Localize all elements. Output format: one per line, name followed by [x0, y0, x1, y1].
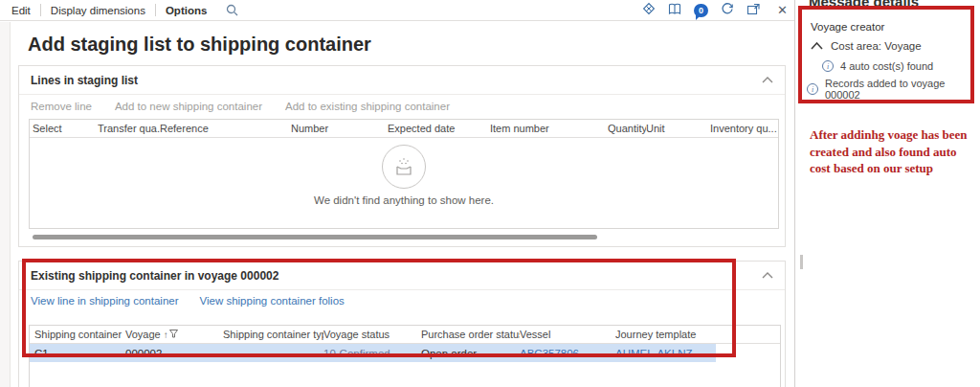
shipping-container-grid: Shipping container Voyage ↑ Shipping con… — [29, 325, 781, 387]
refresh-icon[interactable] — [721, 2, 734, 19]
vertical-scrollbar-thumb[interactable] — [800, 255, 803, 269]
column-header-vessel[interactable]: Vessel — [520, 329, 615, 340]
column-header-purchase-order-status[interactable]: Purchase order status — [421, 329, 520, 340]
page-title: Add staging list to shipping container — [28, 34, 371, 56]
cell-voyage-status[interactable]: 10-Confirmed — [323, 348, 421, 359]
message-row: i Records added to voyage 000002 — [807, 78, 980, 101]
close-form-icon[interactable]: ✕ — [777, 3, 788, 17]
staging-lines-grid: Select Transfer qua... Reference Number … — [29, 119, 779, 229]
column-header-number[interactable]: Number — [291, 123, 388, 134]
column-header-shipping-container-type[interactable]: Shipping container type — [223, 329, 323, 340]
menu-item-options[interactable]: Options — [156, 5, 216, 16]
action-menu: Edit Display dimensions Options — [0, 0, 238, 20]
column-header-inventory-quantity[interactable]: Inventory qu... — [710, 123, 778, 134]
staging-grid-header: Select Transfer qua... Reference Number … — [30, 120, 778, 138]
container-links-toolbar: View line in shipping container View shi… — [19, 289, 785, 310]
column-header-voyage-status[interactable]: Voyage status — [323, 329, 421, 340]
cell-journey-template-link[interactable]: AUMEL-AKLNZ — [615, 348, 716, 359]
column-header-voyage[interactable]: Voyage ↑ — [125, 329, 223, 340]
menu-item-edit[interactable]: Edit — [2, 5, 40, 16]
dimensions-diamond-icon[interactable] — [642, 2, 656, 19]
filter-funnel-icon[interactable] — [169, 330, 178, 340]
collapse-chevron-icon[interactable] — [762, 77, 773, 83]
cell-voyage[interactable]: 000002 — [125, 348, 223, 359]
section-existing-shipping-container: Existing shipping container in voyage 00… — [18, 261, 786, 387]
page-surface: Add staging list to shipping container L… — [10, 22, 793, 387]
cell-shipping-container[interactable]: C1 — [30, 348, 125, 359]
column-header-shipping-container[interactable]: Shipping container — [30, 329, 125, 340]
collapse-chevron-icon[interactable] — [762, 272, 773, 279]
info-icon: i — [807, 83, 818, 95]
message-text: Records added to voyage 000002 — [825, 78, 980, 101]
info-icon: i — [822, 60, 834, 72]
message-source-label: Voyage creator — [811, 21, 884, 33]
cell-vessel-link[interactable]: ABC357806 — [520, 348, 615, 359]
book-icon[interactable] — [668, 2, 681, 19]
horizontal-scrollbar[interactable] — [33, 235, 597, 239]
column-header-expected-date[interactable]: Expected date — [388, 123, 490, 134]
empty-box-icon — [382, 145, 426, 189]
add-to-new-shipping-container-button[interactable]: Add to new shipping container — [115, 101, 262, 112]
column-header-quantity[interactable]: Quantity — [608, 123, 646, 134]
container-grid-header: Shipping container Voyage ↑ Shipping con… — [30, 326, 780, 344]
sort-ascending-icon[interactable]: ↑ — [164, 330, 168, 340]
main-area: Add staging list to shipping container L… — [0, 22, 793, 387]
table-row-selected[interactable]: C1 000002 10-Confirmed Open order ABC357… — [30, 344, 716, 362]
message-row: i 4 auto cost(s) found — [822, 60, 933, 72]
cell-purchase-order-status[interactable]: Open order — [421, 348, 520, 359]
cost-area-label: Cost area: Voyage — [831, 40, 922, 52]
view-shipping-container-folios-link[interactable]: View shipping container folios — [200, 295, 345, 307]
message-text: 4 auto cost(s) found — [840, 60, 933, 72]
add-to-existing-shipping-container-button[interactable]: Add to existing shipping container — [285, 101, 450, 112]
section-title: Lines in staging list — [31, 74, 138, 87]
column-header-item-number[interactable]: Item number — [490, 123, 608, 134]
message-count-badge-icon[interactable]: 0 — [694, 4, 708, 17]
form-icon-group: 0 — [642, 0, 760, 21]
panel-title: Message details — [809, 0, 919, 10]
collapse-chevron-icon[interactable] — [811, 42, 823, 50]
column-header-unit[interactable]: Unit — [646, 123, 710, 134]
column-header-journey-template[interactable]: Journey template — [615, 329, 780, 340]
search-icon[interactable] — [226, 4, 238, 16]
section-title: Existing shipping container in voyage 00… — [31, 269, 278, 283]
empty-state: We didn't find anything to show here. — [30, 145, 778, 206]
top-toolbar: Edit Display dimensions Options 0 ✕ — [0, 0, 794, 21]
column-header-reference[interactable]: Reference — [160, 123, 291, 134]
handwritten-note: After addinhg voage has been created and… — [810, 126, 972, 177]
cost-area-row: Cost area: Voyage — [811, 40, 922, 52]
message-details-panel: Message details Voyage creator Cost area… — [794, 0, 980, 387]
staging-grid-toolbar: Remove line Add to new shipping containe… — [19, 94, 785, 118]
open-in-new-window-icon[interactable] — [746, 2, 760, 19]
empty-state-text: We didn't find anything to show here. — [30, 194, 778, 206]
menu-item-display-dimensions[interactable]: Display dimensions — [41, 5, 155, 16]
section-lines-in-staging-list: Lines in staging list Remove line Add to… — [18, 65, 786, 247]
column-header-select[interactable]: Select — [30, 123, 98, 134]
column-header-transfer-quantity[interactable]: Transfer qua... — [98, 123, 160, 134]
remove-line-button[interactable]: Remove line — [31, 101, 92, 112]
view-line-in-shipping-container-link[interactable]: View line in shipping container — [31, 295, 179, 307]
